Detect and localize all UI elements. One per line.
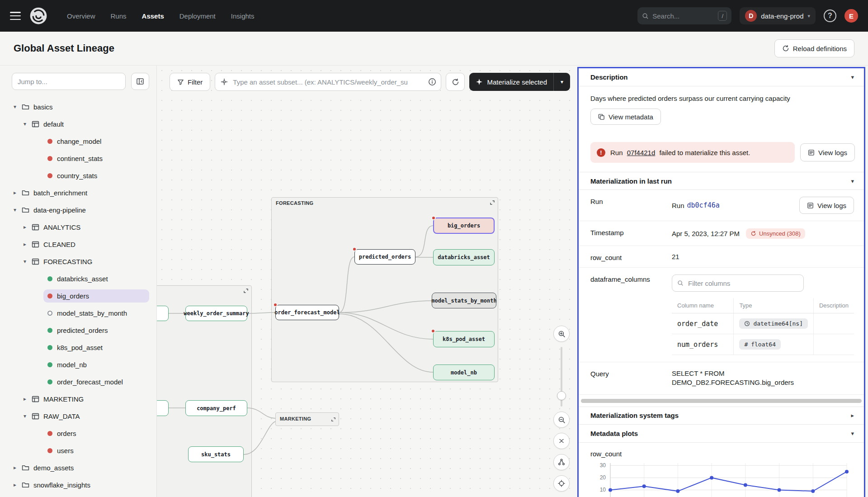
sidebar-item-country_stats[interactable]: country_stats [0,167,156,184]
chevron-right-icon[interactable]: ▸ [851,412,854,419]
zoom-slider[interactable] [553,347,570,407]
sidebar-item-databricks_asset[interactable]: databricks_asset [0,270,156,287]
recenter-button[interactable] [553,475,570,492]
chevron-right-icon[interactable]: ▸ [14,464,22,471]
menu-icon[interactable] [10,12,21,20]
asset-subset-input[interactable] [232,78,435,86]
nav-item-deployment[interactable]: Deployment [179,12,216,20]
timestamp-row: Timestamp Apr 5, 2023, 12:27 PM Unsynced… [579,221,864,246]
sidebar-item-CLEANED[interactable]: ▸CLEANED [0,236,156,253]
chevron-down-icon[interactable]: ▾ [14,104,22,110]
graph-layout-button[interactable] [553,454,570,470]
chevron-down-icon[interactable]: ▾ [24,121,32,127]
filter-columns-input[interactable] [687,279,798,288]
global-search-input[interactable]: Search... / [637,7,731,24]
collapse-groups-button[interactable] [553,433,570,449]
zoom-in-button[interactable] [553,326,570,342]
asset-node-weekly_order_summary[interactable]: weekly_order_summary [185,306,247,321]
zoom-slider-handle[interactable] [557,391,566,400]
chevron-right-icon[interactable]: ▸ [24,241,32,247]
sidebar-item-k8s_pod_asset[interactable]: k8s_pod_asset [0,339,156,356]
sidebar-item-RAW_DATA[interactable]: ▾RAW_DATA [0,407,156,425]
materialize-dropdown-button[interactable]: ▾ [554,79,570,85]
metadata-plots-section-header[interactable]: Metadata plots ▾ [579,425,864,443]
asset-group-box-marketing[interactable]: MARKETING [275,412,339,426]
asset-node-company_perf[interactable]: company_perf [185,400,247,416]
asset-node-order_forecast_model[interactable]: order_forecast_model [275,305,339,320]
chevron-down-icon[interactable]: ▾ [851,430,854,437]
asset-node-databricks_asset[interactable]: databricks_asset [433,249,495,265]
reload-definitions-button[interactable]: Reload definitions [774,39,854,57]
deployment-switcher[interactable]: D data-eng-prod ▾ [740,7,816,24]
sidebar-item-continent_stats[interactable]: continent_stats [0,150,156,167]
help-icon[interactable]: ? [824,9,836,22]
group-collapse-icon[interactable] [490,200,495,205]
materialization-section-header[interactable]: Materialization in last run ▾ [579,172,864,190]
asset-node-partial[interactable] [157,306,169,321]
chevron-down-icon[interactable]: ▾ [851,74,854,80]
system-tags-section-header[interactable]: Materialization system tags ▸ [579,407,864,425]
filter-columns-field[interactable] [672,275,804,292]
chevron-right-icon[interactable]: ▸ [24,224,32,230]
chevron-down-icon[interactable]: ▾ [24,258,32,265]
chevron-right-icon[interactable]: ▸ [24,396,32,402]
view-metadata-button[interactable]: View metadata [590,109,661,125]
sidebar-item-orders[interactable]: orders [0,425,156,442]
nav-item-assets[interactable]: Assets [142,12,164,20]
nav-item-overview[interactable]: Overview [67,12,95,20]
asset-node-partial[interactable] [157,400,169,416]
lineage-graph-canvas[interactable]: Filter Materialize selected ▾ FORECASTIN… [157,66,577,497]
zoom-out-button[interactable] [553,412,570,428]
sidebar-item-snowflake_insights[interactable]: ▸snowflake_insights [0,476,156,493]
crosshair-icon [558,480,565,487]
failed-run-link[interactable]: 07f4421d [627,149,656,156]
sidebar-item-FORECASTING[interactable]: ▾FORECASTING [0,253,156,270]
materialize-selected-button[interactable]: Materialize selected ▾ [469,73,570,91]
sidebar-item-big_orders[interactable]: big_orders [0,287,156,304]
asset-node-model_stats_by_month[interactable]: model_stats_by_month [432,293,496,308]
view-logs-button[interactable]: View logs [800,143,855,161]
info-icon[interactable] [428,78,436,86]
sidebar-item-basics[interactable]: ▾basics [0,98,156,115]
asset-subset-field[interactable] [215,73,441,91]
chevron-down-icon[interactable]: ▾ [851,178,854,185]
chevron-down-icon[interactable]: ▾ [24,413,32,419]
sidebar-item-demo_assets[interactable]: ▸demo_assets [0,459,156,476]
filter-button[interactable]: Filter [170,73,210,91]
view-logs-button[interactable]: View logs [799,197,854,214]
sidebar-item-users[interactable]: users [0,442,156,459]
sidebar-item-batch_enrichment[interactable]: ▸batch_enrichment [0,184,156,201]
chevron-down-icon[interactable]: ▾ [14,207,22,213]
sidebar-item-predicted_orders[interactable]: predicted_orders [0,322,156,339]
description-section-header[interactable]: Description ▾ [579,68,864,86]
nav-item-runs[interactable]: Runs [111,12,127,20]
run-id-link[interactable]: db0cf46a [687,201,720,209]
dagster-logo-icon[interactable] [29,6,48,25]
sidebar-item-data-eng-pipeline[interactable]: ▾data-eng-pipeline [0,201,156,218]
jump-to-input[interactable] [12,73,126,90]
asset-group-icon [32,412,39,420]
sidebar-item-order_forecast_model[interactable]: order_forecast_model [0,373,156,390]
nav-item-insights[interactable]: Insights [231,12,255,20]
unsynced-badge[interactable]: Unsynced (308) [746,228,805,239]
avatar[interactable]: E [844,9,858,23]
sidebar-item-model_nb[interactable]: model_nb [0,356,156,373]
sidebar-item-MARKETING[interactable]: ▸MARKETING [0,390,156,407]
chevron-right-icon[interactable]: ▸ [14,482,22,488]
chevron-right-icon[interactable]: ▸ [14,189,22,196]
sidebar-item-default[interactable]: ▾default [0,115,156,133]
asset-node-sku_stats[interactable]: sku_stats [188,446,244,462]
sidebar-item-change_model[interactable]: change_model [0,133,156,150]
asset-node-big_orders[interactable]: big_orders [433,218,495,234]
refresh-icon [452,78,459,86]
collapse-sidebar-button[interactable] [131,73,149,90]
asset-node-model_nb[interactable]: model_nb [433,364,495,380]
group-expand-icon[interactable] [331,417,336,422]
asset-node-predicted_orders[interactable]: predicted_orders [354,249,415,265]
regenerate-graph-button[interactable] [446,73,465,91]
horizontal-scrollbar[interactable] [581,399,862,403]
sidebar-item-model_stats_by_month[interactable]: model_stats_by_month [0,304,156,322]
asset-node-k8s_pod_asset[interactable]: k8s_pod_asset [433,331,495,347]
group-collapse-icon[interactable] [243,288,249,293]
sidebar-item-ANALYTICS[interactable]: ▸ANALYTICS [0,218,156,236]
